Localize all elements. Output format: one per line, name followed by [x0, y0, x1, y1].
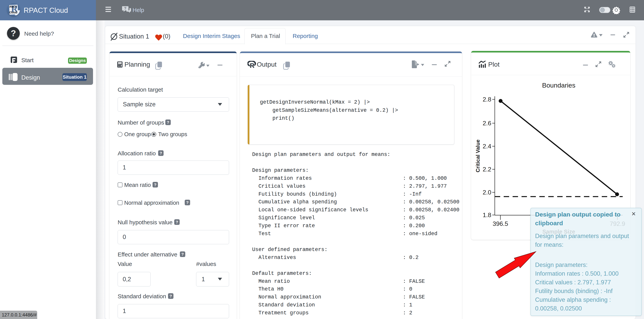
svg-text:2.0: 2.0	[483, 189, 491, 196]
svg-text:Critical Value: Critical Value	[475, 139, 481, 172]
svg-text:Boundaries: Boundaries	[542, 81, 576, 89]
svg-text:2.4: 2.4	[483, 143, 491, 150]
svg-text:R: R	[250, 62, 254, 68]
svg-text:396.5: 396.5	[493, 220, 508, 227]
svg-text:1.8: 1.8	[483, 212, 491, 219]
svg-text:2.6: 2.6	[483, 120, 491, 127]
svg-text:2.2: 2.2	[483, 166, 491, 173]
svg-text:?: ?	[124, 6, 126, 10]
svg-text:2.8: 2.8	[483, 96, 491, 103]
